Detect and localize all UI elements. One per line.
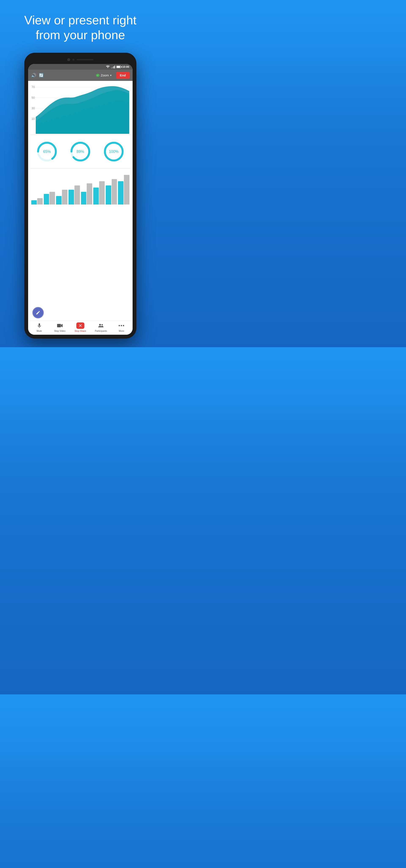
bar-teal bbox=[118, 181, 124, 205]
bar-group-7 bbox=[106, 179, 117, 205]
donut-label-65: 65% bbox=[43, 150, 51, 154]
fab-edit-button[interactable] bbox=[32, 307, 44, 318]
bar-teal bbox=[93, 188, 99, 205]
bottom-toolbar: Mute Stop Video bbox=[28, 320, 133, 335]
bar-group-2 bbox=[44, 192, 55, 205]
svg-text:30: 30 bbox=[32, 106, 35, 110]
donut-label-100: 100% bbox=[109, 150, 119, 154]
bar-teal bbox=[69, 190, 74, 205]
svg-rect-14 bbox=[57, 324, 61, 327]
bar-teal bbox=[44, 194, 49, 205]
donut-65: 65% bbox=[35, 140, 59, 163]
bar-group-6 bbox=[93, 181, 105, 205]
wifi-icon bbox=[106, 65, 110, 68]
stop-video-label: Stop Video bbox=[54, 330, 66, 332]
toolbar-more[interactable]: More bbox=[115, 322, 128, 332]
signal-icon bbox=[111, 65, 115, 68]
participants-icon bbox=[98, 322, 104, 329]
svg-text:70: 70 bbox=[32, 85, 35, 89]
bar-gray bbox=[74, 185, 80, 205]
status-icons: 10:00 bbox=[106, 65, 129, 68]
svg-text:10: 10 bbox=[32, 117, 35, 120]
phone-notch bbox=[28, 57, 133, 63]
svg-point-20 bbox=[123, 325, 124, 326]
zoom-badge[interactable]: ✓ Zoom ▾ bbox=[96, 73, 111, 77]
bar-group-4 bbox=[69, 185, 80, 205]
hero-section: View or present right from your phone bbox=[0, 0, 161, 51]
bar-group-3 bbox=[56, 190, 67, 205]
phone-device: 10:00 🔊 🔄 ✓ Zoom ▾ End bbox=[24, 53, 136, 339]
svg-point-17 bbox=[102, 324, 103, 326]
phone-camera-front bbox=[72, 59, 74, 61]
donut-100: 100% bbox=[102, 140, 125, 163]
bar-gray bbox=[112, 179, 117, 205]
bar-chart-section bbox=[28, 168, 133, 320]
phone-speaker bbox=[76, 59, 94, 60]
donut-wrap-89: 89% bbox=[69, 140, 92, 163]
zoom-chevron-icon: ▾ bbox=[110, 74, 111, 77]
stop-share-icon bbox=[76, 322, 84, 329]
donut-label-89: 89% bbox=[76, 150, 84, 154]
bar-gray bbox=[49, 192, 55, 205]
svg-marker-15 bbox=[61, 324, 63, 327]
toolbar-stop-share[interactable]: Stop Share bbox=[74, 322, 87, 332]
stop-share-label: Stop Share bbox=[74, 330, 86, 332]
toolbar-participants[interactable]: Participants bbox=[95, 322, 107, 332]
more-label: More bbox=[119, 330, 124, 332]
donut-wrap-100: 100% bbox=[102, 140, 125, 163]
svg-point-19 bbox=[121, 325, 122, 326]
donut-wrap-65: 65% bbox=[35, 140, 59, 163]
bar-group-5 bbox=[81, 183, 92, 205]
bar-teal bbox=[31, 200, 37, 205]
mute-icon bbox=[36, 322, 42, 329]
toolbar-mute[interactable]: Mute bbox=[33, 322, 46, 332]
phone-container: 10:00 🔊 🔄 ✓ Zoom ▾ End bbox=[24, 51, 136, 347]
phone-screen: 10:00 🔊 🔄 ✓ Zoom ▾ End bbox=[28, 64, 133, 335]
end-button[interactable]: End bbox=[116, 72, 130, 79]
donut-section: 65% 89% bbox=[28, 135, 133, 168]
area-chart-svg: 70 50 30 10 bbox=[32, 83, 129, 134]
bar-teal bbox=[81, 192, 87, 205]
svg-text:50: 50 bbox=[32, 96, 35, 99]
bar-group-1 bbox=[31, 198, 43, 205]
bar-gray bbox=[99, 181, 105, 205]
battery-icon bbox=[116, 66, 121, 68]
bar-gray bbox=[62, 190, 67, 205]
bar-gray bbox=[124, 175, 129, 205]
zoom-shield-icon: ✓ bbox=[96, 74, 99, 77]
top-bar: 🔊 🔄 ✓ Zoom ▾ End bbox=[28, 70, 133, 81]
more-icon bbox=[118, 322, 125, 329]
bar-gray bbox=[37, 198, 43, 205]
hero-title: View or present right from your phone bbox=[13, 13, 148, 42]
donut-89: 89% bbox=[69, 140, 92, 163]
volume-icon[interactable]: 🔊 bbox=[31, 73, 36, 78]
area-chart-section: 70 50 30 10 bbox=[28, 81, 133, 135]
svg-point-16 bbox=[99, 324, 101, 326]
bar-group-8 bbox=[118, 175, 129, 205]
bar-gray bbox=[87, 183, 92, 205]
zoom-label: Zoom bbox=[101, 73, 109, 77]
status-bar: 10:00 bbox=[28, 64, 133, 70]
bar-chart bbox=[30, 170, 131, 205]
mute-label: Mute bbox=[37, 330, 42, 332]
status-time: 10:00 bbox=[122, 65, 129, 68]
bar-teal bbox=[56, 196, 62, 205]
bar-teal bbox=[106, 185, 111, 205]
camera-flip-icon[interactable]: 🔄 bbox=[39, 73, 43, 78]
participants-label: Participants bbox=[95, 330, 107, 332]
svg-point-18 bbox=[119, 325, 120, 326]
phone-camera-dot bbox=[67, 58, 70, 61]
toolbar-stop-video[interactable]: Stop Video bbox=[54, 322, 66, 332]
stop-video-icon bbox=[57, 322, 63, 329]
